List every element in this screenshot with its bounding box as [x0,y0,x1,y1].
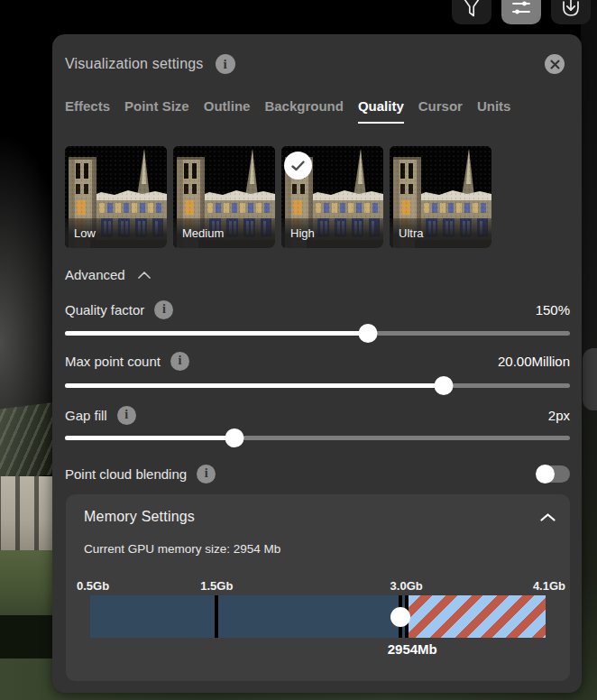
tab-quality[interactable]: Quality [358,98,404,124]
point-cloud-blending-info-icon[interactable]: i [197,465,216,484]
tab-point-size[interactable]: Point Size [124,98,189,124]
memory-collapse-button[interactable] [540,513,556,521]
panel-info-icon[interactable]: i [216,54,235,74]
page-title: Visualization settings [65,56,204,72]
scene-dark-terrain [0,615,56,662]
tab-background[interactable]: Background [264,98,344,124]
slider-thumb[interactable] [359,324,378,343]
chevron-up-icon [138,272,151,279]
memory-scale-label: 3.0Gb [390,579,423,593]
side-panel-handle[interactable] [583,348,597,410]
max-point-count-slider[interactable] [65,376,570,395]
memory-settings-header[interactable]: Memory Settings [84,509,556,525]
gap-fill-value: 2px [548,408,570,423]
toggle-knob [536,465,555,484]
preset-label-band: Low [65,218,167,248]
point-cloud-blending-label: Point cloud blending [65,466,187,482]
gap-fill-row: Gap fill i 2px [65,405,570,425]
quality-factor-slider[interactable] [65,324,570,343]
tab-outline[interactable]: Outline [204,98,251,124]
point-cloud-blending-toggle[interactable] [537,465,570,483]
memory-scale-label: 4.1Gb [533,579,565,593]
preset-label-band: High [281,218,383,248]
memory-usage-bar[interactable] [90,595,546,638]
selected-check-icon [284,152,312,180]
slider-fill [65,331,368,336]
memory-settings-card: Memory Settings Current GPU memory size:… [66,494,570,681]
gpu-memory-text: Current GPU memory size: 2954 Mb [84,542,280,556]
advanced-toggle[interactable]: Advanced [65,267,151,282]
slider-thumb[interactable] [225,428,243,447]
tab-units[interactable]: Units [477,98,511,124]
advanced-label: Advanced [65,267,125,282]
preset-label-band: Ultra [390,218,491,248]
memory-scale-label: 0.5Gb [77,579,109,593]
filter-icon [462,0,482,20]
filter-button[interactable] [452,0,491,24]
slider-fill [65,383,444,388]
download-icon [561,0,581,20]
memory-hatch-region [407,595,546,638]
memory-handle[interactable] [390,607,410,627]
slider-fill [65,436,234,440]
memory-current-label: 2954Mb [388,641,437,657]
tune-icon [511,0,531,20]
visualization-settings-panel: Visualization settings i Effects Point S… [52,34,582,693]
gap-fill-label: Gap fill [65,408,107,423]
slider-thumb[interactable] [435,376,454,395]
tab-cursor[interactable]: Cursor [418,98,463,124]
scene-building-wall [0,476,56,554]
tab-effects[interactable]: Effects [65,98,110,124]
preset-medium[interactable]: Medium [173,146,275,248]
chevron-up-icon [540,513,556,521]
panel-header: Visualization settings i [65,53,565,75]
download-button[interactable] [551,0,591,24]
scene-grass [0,550,56,617]
quality-factor-info-icon[interactable]: i [154,300,173,319]
max-point-count-info-icon[interactable]: i [170,352,189,371]
memory-scale-labels: 0.5Gb 1.5Gb 3.0Gb 4.1Gb [90,579,546,593]
quality-factor-value: 150% [536,302,570,318]
memory-scale-label: 1.5Gb [200,579,233,593]
point-cloud-blending-row: Point cloud blending i [65,464,570,484]
settings-tabs: Effects Point Size Outline Background Qu… [65,98,510,124]
quality-presets: Low Medium High [65,146,491,248]
preset-label-band: Medium [173,218,275,248]
preset-high[interactable]: High [281,146,383,248]
quality-factor-label: Quality factor [65,302,144,318]
gap-fill-slider[interactable] [65,428,570,447]
visualization-settings-button[interactable] [501,0,541,24]
memory-current-wrap: 2954Mb [90,641,546,659]
gap-fill-info-icon[interactable]: i [117,406,136,425]
max-point-count-row: Max point count i 20.00Million [65,351,570,371]
max-point-count-label: Max point count [65,354,161,369]
quality-factor-row: Quality factor i 150% [65,299,570,319]
scene-building-roof [0,402,58,483]
preset-ultra[interactable]: Ultra [390,146,491,248]
memory-settings-title: Memory Settings [84,509,195,525]
memory-scale-tick [215,595,218,638]
toolbar [452,0,591,24]
close-button[interactable] [545,54,565,74]
preset-label: Medium [182,226,224,240]
preset-low[interactable]: Low [65,146,167,248]
preset-label: Low [74,226,96,240]
preset-label: Ultra [399,226,423,240]
preset-label: High [290,226,315,240]
max-point-count-value: 20.00Million [498,354,570,369]
close-icon [550,60,560,69]
